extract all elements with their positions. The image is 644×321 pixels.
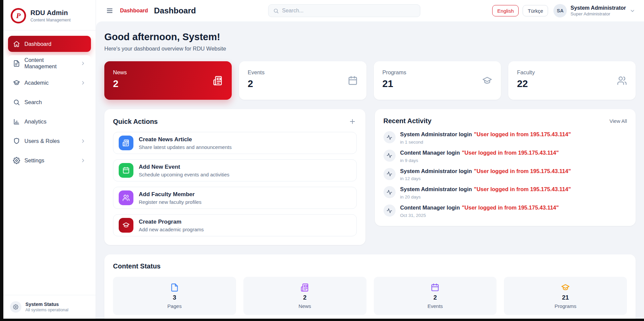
sidebar-item-search[interactable]: Search bbox=[8, 94, 91, 110]
activity-text: System Administrator login"User logged i… bbox=[400, 186, 571, 199]
newspaper-icon bbox=[213, 76, 223, 86]
content-status-grid: 3 Pages 2 News bbox=[113, 277, 627, 315]
stat-value: 2 bbox=[113, 78, 223, 89]
sidebar-item-content-management[interactable]: Content Management bbox=[8, 55, 91, 71]
user-role: Super Administrator bbox=[570, 11, 626, 16]
content-status-label: Programs bbox=[555, 303, 576, 309]
breadcrumb[interactable]: Dashboard bbox=[120, 8, 148, 14]
chevron-right-icon bbox=[80, 138, 86, 144]
content-status-events: 2 Events bbox=[374, 277, 497, 315]
activity-time: Oct 31, 2025 bbox=[400, 213, 559, 218]
system-status-text: System Status All systems operational bbox=[25, 302, 69, 312]
stat-card-news[interactable]: News 2 bbox=[104, 61, 232, 100]
content-status-value: 21 bbox=[562, 294, 569, 301]
quick-actions-card: Quick Actions Create New bbox=[104, 109, 365, 245]
content-status-value: 2 bbox=[303, 294, 306, 301]
dashboard-content: Good afternoon, System! Here's your dash… bbox=[96, 21, 644, 319]
newspaper-icon bbox=[119, 136, 133, 150]
graduation-cap-icon bbox=[119, 218, 133, 233]
activity-pulse-icon bbox=[384, 168, 396, 180]
content-status-title: Content Status bbox=[113, 262, 160, 270]
activity-row: Content Manager login"User logged in fro… bbox=[384, 205, 627, 218]
newspaper-icon bbox=[301, 283, 309, 292]
stat-label: Events bbox=[248, 69, 358, 76]
action-add-faculty-member[interactable]: Add Faculty Member Register new faculty … bbox=[113, 187, 357, 209]
calendar-icon bbox=[348, 76, 358, 86]
activity-time: in 20 days bbox=[400, 194, 571, 199]
sidebar-item-label: Academic bbox=[24, 80, 48, 86]
language-english-button[interactable]: English bbox=[492, 5, 519, 16]
activity-row: System Administrator login"User logged i… bbox=[384, 186, 627, 199]
graduation-cap-icon bbox=[482, 76, 492, 86]
gear-icon bbox=[13, 157, 20, 164]
hamburger-menu-button[interactable] bbox=[105, 6, 115, 16]
view-all-link[interactable]: View All bbox=[610, 118, 627, 124]
add-quick-action-button[interactable] bbox=[348, 117, 357, 126]
content-status-value: 3 bbox=[173, 294, 176, 301]
recent-activity-card: Recent Activity View All System Administ… bbox=[375, 109, 636, 226]
topbar: Dashboard Dashboard English Türkçe SA Sy… bbox=[96, 0, 644, 21]
activity-actor: Content Manager login bbox=[400, 150, 460, 156]
stat-value: 22 bbox=[517, 78, 627, 89]
activity-actor: System Administrator login bbox=[400, 131, 472, 137]
language-turkish-button[interactable]: Türkçe bbox=[523, 5, 548, 16]
graduation-cap-icon bbox=[561, 283, 570, 292]
action-create-news-article[interactable]: Create News Article Share latest updates… bbox=[113, 132, 357, 154]
search-icon bbox=[273, 8, 279, 14]
action-create-program[interactable]: Create Program Add new academic programs bbox=[113, 214, 357, 236]
sidebar-item-academic[interactable]: Academic bbox=[8, 75, 91, 91]
content-status-programs: 21 Programs bbox=[504, 277, 627, 315]
activity-line: System Administrator login"User logged i… bbox=[400, 168, 571, 175]
stat-cards: News 2 Events 2 Programs bbox=[104, 61, 636, 100]
stat-card-events[interactable]: Events 2 bbox=[239, 61, 366, 100]
sidebar-item-label: Settings bbox=[24, 157, 44, 164]
sidebar-item-label: Analytics bbox=[24, 118, 46, 125]
activity-message: "User logged in from 195.175.43.114" bbox=[474, 131, 571, 137]
search-input[interactable] bbox=[282, 8, 415, 14]
action-text: Create Program Add new academic programs bbox=[139, 219, 204, 232]
content-status-label: News bbox=[299, 303, 311, 309]
action-text: Create News Article Share latest updates… bbox=[139, 136, 232, 150]
activity-line: Content Manager login"User logged in fro… bbox=[400, 205, 559, 211]
sidebar-item-settings[interactable]: Settings bbox=[8, 152, 91, 168]
greeting-subtitle: Here's your dashboard overview for RDU W… bbox=[104, 46, 636, 52]
action-subtitle: Share latest updates and announcements bbox=[139, 144, 232, 150]
app-window: P RDU Admin Content Management Dashboard bbox=[3, 0, 644, 319]
search-icon bbox=[13, 99, 20, 106]
file-icon bbox=[170, 283, 179, 292]
sidebar-item-analytics[interactable]: Analytics bbox=[8, 113, 91, 130]
activity-line: Content Manager login"User logged in fro… bbox=[400, 150, 559, 156]
content-status-label: Events bbox=[427, 303, 443, 309]
activity-pulse-icon bbox=[384, 186, 396, 198]
activity-text: Content Manager login"User logged in fro… bbox=[400, 205, 559, 218]
activity-pulse-icon bbox=[384, 205, 396, 217]
search-bar bbox=[268, 4, 420, 17]
activity-time: in 1 second bbox=[400, 140, 571, 145]
activity-row: Content Manager login"User logged in fro… bbox=[384, 150, 627, 163]
user-menu[interactable]: SA System Administrator Super Administra… bbox=[553, 4, 635, 17]
sidebar-item-dashboard[interactable]: Dashboard bbox=[8, 36, 91, 52]
action-title: Create News Article bbox=[139, 136, 232, 143]
activity-actor: Content Manager login bbox=[400, 205, 460, 211]
chevron-down-icon bbox=[630, 8, 635, 14]
chevron-right-icon bbox=[80, 61, 86, 66]
stat-card-faculty[interactable]: Faculty 22 bbox=[508, 61, 636, 100]
recent-activity-title: Recent Activity bbox=[384, 117, 432, 125]
action-subtitle: Register new faculty profiles bbox=[139, 199, 202, 205]
middle-row: Quick Actions Create New bbox=[104, 109, 636, 245]
brand-title: RDU Admin bbox=[30, 9, 71, 17]
bar-chart-icon bbox=[13, 118, 20, 125]
greeting-title: Good afternoon, System! bbox=[104, 31, 636, 43]
sidebar-item-users-roles[interactable]: Users & Roles bbox=[8, 133, 91, 149]
action-add-new-event[interactable]: Add New Event Schedule upcoming events a… bbox=[113, 159, 357, 181]
stat-card-programs[interactable]: Programs 21 bbox=[374, 61, 501, 100]
home-icon bbox=[13, 41, 20, 48]
sidebar-header: P RDU Admin Content Management bbox=[3, 0, 96, 30]
stat-label: Programs bbox=[383, 69, 493, 76]
action-subtitle: Schedule upcoming events and activities bbox=[139, 172, 229, 177]
document-icon bbox=[13, 60, 20, 67]
sidebar: P RDU Admin Content Management Dashboard bbox=[3, 0, 96, 319]
recent-activity-list: System Administrator login"User logged i… bbox=[384, 131, 627, 218]
brand-text: RDU Admin Content Management bbox=[30, 9, 71, 22]
graduation-cap-icon bbox=[13, 79, 20, 86]
